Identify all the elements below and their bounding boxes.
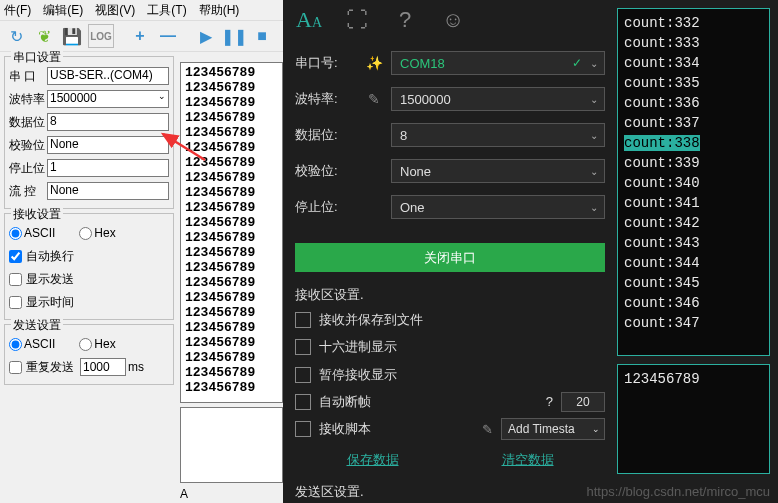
pause-icon[interactable]: ❚❚ bbox=[222, 24, 246, 48]
flow-label: 流 控 bbox=[9, 183, 47, 200]
r-port-select[interactable]: COM18✓⌄ bbox=[391, 51, 605, 75]
clear-data-link[interactable]: 清空数据 bbox=[502, 451, 554, 469]
pen-icon[interactable]: ✎ bbox=[357, 91, 391, 107]
send-hex-radio[interactable] bbox=[79, 338, 92, 351]
minus-icon[interactable]: — bbox=[156, 24, 180, 48]
right-settings-panel: AA ⛶ ? ☺ 串口号: ✨ COM18✓⌄ 波特率: ✎ 1500000⌄ … bbox=[283, 0, 617, 503]
r-baud-label: 波特率: bbox=[295, 90, 357, 108]
send-ascii-label: ASCII bbox=[24, 337, 55, 351]
group-port-settings: 串口设置 串 口USB-SER..(COM4) 波特率1500000⌄ 数据位8… bbox=[4, 56, 174, 209]
savefile-checkbox[interactable] bbox=[295, 312, 311, 328]
font-icon[interactable]: AA bbox=[295, 7, 323, 33]
toolbar: ↻ ❦ 💾 LOG + — ▶ ❚❚ ■ bbox=[0, 20, 283, 52]
flow-select[interactable]: None bbox=[47, 182, 169, 200]
r-parity-select[interactable]: None⌄ bbox=[391, 159, 605, 183]
autowrap-label: 自动换行 bbox=[26, 248, 74, 265]
stopbits-select[interactable]: 1 bbox=[47, 159, 169, 177]
menu-edit[interactable]: 编辑(E) bbox=[43, 2, 83, 19]
autoframe-input[interactable] bbox=[561, 392, 605, 412]
menu-view[interactable]: 视图(V) bbox=[95, 2, 135, 19]
recv-ascii-radio[interactable] bbox=[9, 227, 22, 240]
recv-hex-radio[interactable] bbox=[79, 227, 92, 240]
watermark: https://blog.csdn.net/mirco_mcu bbox=[586, 484, 770, 499]
repeat-checkbox[interactable] bbox=[9, 361, 22, 374]
left-status: A bbox=[180, 487, 188, 501]
baud-select[interactable]: 1500000⌄ bbox=[47, 90, 169, 108]
parity-label: 校验位 bbox=[9, 137, 47, 154]
r-databits-select[interactable]: 8⌄ bbox=[391, 123, 605, 147]
wand-icon[interactable]: ✨ bbox=[357, 55, 391, 71]
right-port-form: 串口号: ✨ COM18✓⌄ 波特率: ✎ 1500000⌄ 数据位: 8⌄ 校… bbox=[283, 39, 617, 235]
close-port-button[interactable]: 关闭串口 bbox=[295, 243, 605, 272]
r-stopbits-select[interactable]: One⌄ bbox=[391, 195, 605, 219]
terminal-output-bottom[interactable]: 123456789 bbox=[617, 364, 770, 474]
left-send-box[interactable] bbox=[180, 407, 283, 483]
databits-select[interactable]: 8 bbox=[47, 113, 169, 131]
smile-icon[interactable]: ☺ bbox=[439, 7, 467, 33]
group-title: 串口设置 bbox=[11, 49, 63, 66]
pen-icon[interactable]: ✎ bbox=[482, 422, 493, 437]
save-data-link[interactable]: 保存数据 bbox=[347, 451, 399, 469]
terminal-output-top[interactable]: count:332count:333count:334count:335coun… bbox=[617, 8, 770, 356]
crop-icon[interactable]: ⛶ bbox=[343, 7, 371, 33]
group-title: 发送设置 bbox=[11, 317, 63, 334]
recv-hex-label: Hex bbox=[94, 226, 115, 240]
group-send-settings: 发送设置 ASCII Hex 重复发送 ms bbox=[4, 324, 174, 385]
right-serial-tool: AA ⛶ ? ☺ 串口号: ✨ COM18✓⌄ 波特率: ✎ 1500000⌄ … bbox=[283, 0, 778, 503]
pause-checkbox[interactable] bbox=[295, 367, 311, 383]
help-icon[interactable]: ? bbox=[391, 7, 419, 33]
port-label: 串 口 bbox=[9, 68, 47, 85]
right-topbar: AA ⛶ ? ☺ bbox=[283, 0, 617, 39]
group-recv-settings: 接收设置 ASCII Hex 自动换行 显示发送 显示时间 bbox=[4, 213, 174, 320]
autowrap-checkbox[interactable] bbox=[9, 250, 22, 263]
stopbits-label: 停止位 bbox=[9, 160, 47, 177]
autoframe-help[interactable]: ? bbox=[546, 394, 553, 409]
parity-select[interactable]: None bbox=[47, 136, 169, 154]
autoframe-label: 自动断帧 bbox=[319, 393, 371, 411]
ms-label: ms bbox=[128, 360, 144, 374]
left-serial-tool: 件(F) 编辑(E) 视图(V) 工具(T) 帮助(H) ↻ ❦ 💾 LOG +… bbox=[0, 0, 283, 503]
r-stopbits-label: 停止位: bbox=[295, 198, 357, 216]
port-select[interactable]: USB-SER..(COM4) bbox=[47, 67, 169, 85]
menu-file[interactable]: 件(F) bbox=[4, 2, 31, 19]
r-parity-label: 校验位: bbox=[295, 162, 357, 180]
send-section-title: 发送区设置. bbox=[283, 477, 617, 503]
plus-icon[interactable]: + bbox=[128, 24, 152, 48]
pause-label: 暂停接收显示 bbox=[319, 366, 397, 384]
group-title: 接收设置 bbox=[11, 206, 63, 223]
save-icon[interactable]: 💾 bbox=[60, 24, 84, 48]
refresh-icon[interactable]: ↻ bbox=[4, 24, 28, 48]
log-icon[interactable]: LOG bbox=[88, 24, 114, 48]
repeat-interval-input[interactable] bbox=[80, 358, 126, 376]
stop-icon[interactable]: ■ bbox=[250, 24, 274, 48]
savefile-label: 接收并保存到文件 bbox=[319, 311, 423, 329]
hex-checkbox[interactable] bbox=[295, 339, 311, 355]
recv-links: 保存数据 清空数据 bbox=[283, 443, 617, 477]
showtime-checkbox[interactable] bbox=[9, 296, 22, 309]
menu-bar: 件(F) 编辑(E) 视图(V) 工具(T) 帮助(H) bbox=[0, 0, 283, 20]
baud-label: 波特率 bbox=[9, 91, 47, 108]
script-checkbox[interactable] bbox=[295, 421, 311, 437]
right-output-column: count:332count:333count:334count:335coun… bbox=[617, 0, 778, 503]
autoframe-checkbox[interactable] bbox=[295, 394, 311, 410]
repeat-label: 重复发送 bbox=[26, 359, 74, 376]
r-port-label: 串口号: bbox=[295, 54, 357, 72]
send-hex-label: Hex bbox=[94, 337, 115, 351]
play-icon[interactable]: ▶ bbox=[194, 24, 218, 48]
r-databits-label: 数据位: bbox=[295, 126, 357, 144]
send-ascii-radio[interactable] bbox=[9, 338, 22, 351]
left-output-panel[interactable]: 1234567891234567891234567891234567891234… bbox=[180, 62, 283, 403]
script-label: 接收脚本 bbox=[319, 420, 371, 438]
recv-section-title: 接收区设置. bbox=[283, 280, 617, 306]
menu-tools[interactable]: 工具(T) bbox=[147, 2, 186, 19]
script-select[interactable]: Add Timesta⌄ bbox=[501, 418, 605, 440]
menu-help[interactable]: 帮助(H) bbox=[199, 2, 240, 19]
showsend-label: 显示发送 bbox=[26, 271, 74, 288]
r-baud-select[interactable]: 1500000⌄ bbox=[391, 87, 605, 111]
recv-ascii-label: ASCII bbox=[24, 226, 55, 240]
showsend-checkbox[interactable] bbox=[9, 273, 22, 286]
leaf-icon[interactable]: ❦ bbox=[32, 24, 56, 48]
hex-label: 十六进制显示 bbox=[319, 338, 397, 356]
databits-label: 数据位 bbox=[9, 114, 47, 131]
showtime-label: 显示时间 bbox=[26, 294, 74, 311]
